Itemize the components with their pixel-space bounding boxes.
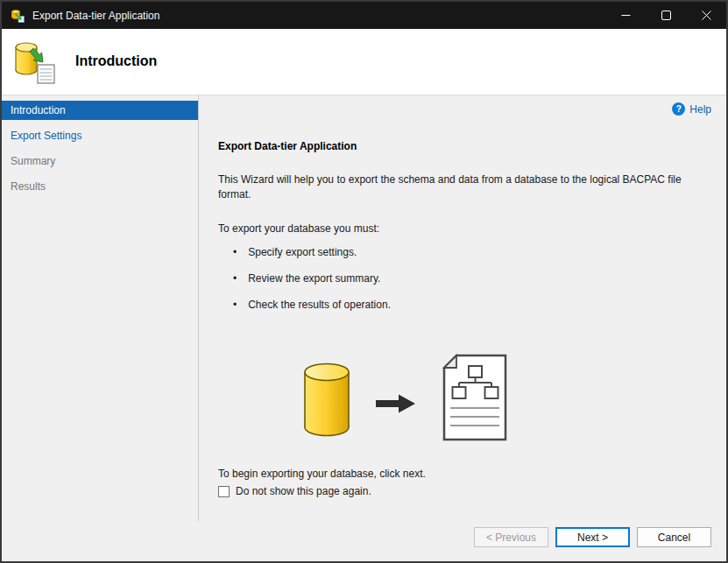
minimize-icon [621, 11, 631, 20]
close-button[interactable] [686, 2, 726, 29]
previous-button[interactable]: < Previous [474, 527, 548, 547]
content-heading: Export Data-tier Application [218, 140, 357, 152]
wizard-header: Introduction [2, 29, 726, 95]
sidebar-item-introduction[interactable]: Introduction [2, 101, 198, 120]
help-label: Help [689, 103, 711, 116]
list-item: Specify export settings. [233, 245, 391, 260]
window-title: Export Data-tier Application [32, 10, 159, 22]
minimize-button[interactable] [605, 2, 646, 29]
dont-show-row: Do not show this page again. [218, 485, 371, 497]
begin-text: To begin exporting your database, click … [218, 468, 426, 480]
dont-show-checkbox[interactable] [218, 486, 230, 497]
dont-show-checkbox-label[interactable]: Do not show this page again. [236, 485, 371, 497]
titlebar: Export Data-tier Application [2, 2, 726, 29]
maximize-button[interactable] [646, 2, 686, 29]
export-wizard-window: Export Data-tier Application [0, 0, 728, 563]
maximize-icon [661, 11, 671, 20]
database-cylinder-icon [303, 362, 350, 440]
requirements-label: To export your database you must: [218, 222, 379, 235]
sidebar-item-results: Results [2, 177, 198, 196]
content-pane: ? Help Export Data-tier Application This… [200, 95, 726, 521]
arrow-right-icon [376, 393, 416, 417]
sidebar-item-summary: Summary [2, 151, 198, 171]
intro-paragraph: This Wizard will help you to export the … [218, 172, 698, 202]
help-question-icon: ? [672, 102, 685, 116]
wizard-steps-sidebar: Introduction Export Settings Summary Res… [2, 95, 199, 521]
close-icon [702, 11, 711, 20]
database-export-icon [12, 39, 58, 86]
cancel-button[interactable]: Cancel [637, 527, 711, 547]
database-export-icon [11, 9, 25, 23]
next-button[interactable]: Next > [555, 527, 630, 547]
page-title: Introduction [75, 53, 157, 69]
list-item: Check the results of operation. [233, 298, 391, 313]
window-controls [605, 2, 726, 29]
wizard-footer: < Previous Next > Cancel [2, 521, 726, 561]
sidebar-item-export-settings[interactable]: Export Settings [2, 126, 198, 145]
bacpac-file-icon [442, 354, 508, 444]
requirements-list: Specify export settings. Review the expo… [233, 245, 391, 324]
list-item: Review the export summary. [233, 271, 391, 286]
help-link[interactable]: ? Help [672, 102, 711, 116]
